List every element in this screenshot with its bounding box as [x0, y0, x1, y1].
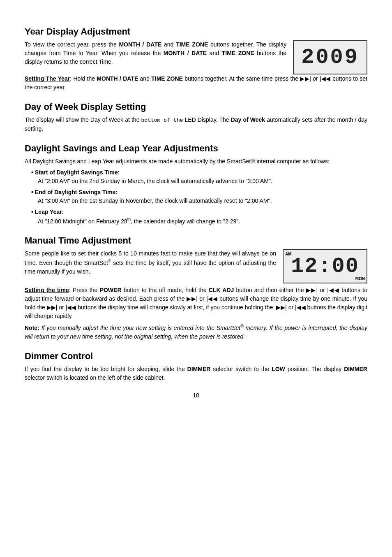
bullet-start-dst: • Start of Daylight Savings Time: At "2:… — [31, 168, 367, 186]
heading-day-of-week: Day of Week Display Setting — [25, 102, 367, 112]
heading-manual-time: Manual Time Adjustment — [25, 235, 367, 246]
section-dimmer-control: Dimmer Control If you find the display t… — [25, 351, 367, 382]
led-time-display: AM 12:00 MON — [283, 249, 367, 283]
day-of-week-body: The display will show the Day of Week at… — [25, 116, 367, 133]
bullet-end-dst: • End of Daylight Savings Time: At "3:00… — [31, 188, 367, 205]
note-italic-text: If you manually adjust the time your new… — [25, 325, 367, 340]
bullet-start-dst-label: • Start of Daylight Savings Time: — [31, 169, 120, 176]
page: Year Display Adjustment To view the corr… — [25, 26, 367, 399]
led-year-value: 2009 — [301, 45, 359, 70]
heading-year-display: Year Display Adjustment — [25, 26, 367, 37]
bullet-end-dst-content: At "3:00 AM" on the 1st Sunday in Novemb… — [38, 197, 367, 205]
manual-time-body2: Setting the time: Press the POWER button… — [25, 286, 367, 320]
led-time-value: 12:00 — [291, 254, 359, 278]
heading-dimmer-control: Dimmer Control — [25, 351, 367, 362]
year-display-body2: Setting The Year: Hold the MONTH / DATE … — [25, 74, 367, 92]
dimmer-control-body: If you find the display to be too bright… — [25, 365, 367, 382]
led-am-label: AM — [285, 252, 292, 256]
manual-time-body1: Some people like to set their clocks 5 t… — [25, 249, 276, 276]
section-year-display: Year Display Adjustment To view the corr… — [25, 26, 367, 92]
section-manual-time: Manual Time Adjustment Some people like … — [25, 235, 367, 341]
year-setting-label: Setting The Year — [25, 75, 70, 82]
manual-time-row: Some people like to set their clocks 5 t… — [25, 249, 367, 283]
heading-daylight-savings: Daylight Savings and Leap Year Adjustmen… — [25, 143, 367, 154]
page-number: 10 — [25, 392, 367, 399]
year-display-body1: To view the correct year, press the MONT… — [25, 40, 286, 66]
bullet-end-dst-label: • End of Daylight Savings Time: — [31, 189, 118, 195]
led-mon-label: MON — [355, 276, 365, 281]
section-day-of-week: Day of Week Display Setting The display … — [25, 102, 367, 133]
daylight-savings-intro: All Daylight Savings and Leap Year adjus… — [25, 157, 367, 166]
year-display-row: To view the correct year, press the MONT… — [25, 40, 367, 74]
bullet-leap-year-content: At "12:00 Midnight" on February 28th, th… — [38, 216, 367, 226]
manual-time-text: Some people like to set their clocks 5 t… — [25, 249, 276, 278]
led-year-display: 2009 — [293, 40, 367, 74]
manual-time-note: Note: If you manually adjust the time yo… — [25, 323, 367, 341]
bullet-leap-year: • Leap Year: At "12:00 Midnight" on Febr… — [31, 208, 367, 226]
bullet-start-dst-content: At "2:00 AM" on the 2nd Sunday in March,… — [38, 177, 367, 186]
bullet-leap-year-label: • Leap Year: — [31, 209, 64, 215]
year-display-text: To view the correct year, press the MONT… — [25, 40, 286, 69]
setting-time-label: Setting the time — [25, 287, 69, 293]
section-daylight-savings: Daylight Savings and Leap Year Adjustmen… — [25, 143, 367, 226]
